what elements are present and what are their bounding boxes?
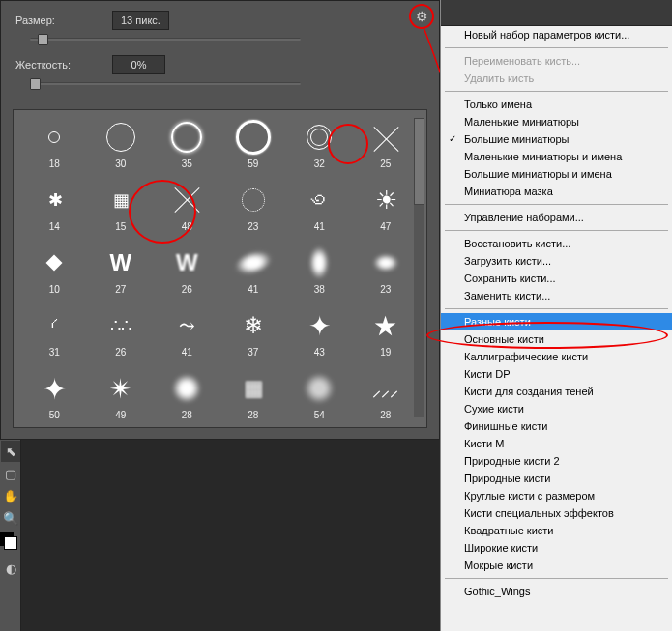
brush-item[interactable]: 30: [88, 118, 155, 181]
zoom-tool-icon[interactable]: 🔍: [1, 507, 20, 529]
brush-item[interactable]: 59: [220, 118, 287, 181]
hardness-slider[interactable]: [30, 82, 301, 85]
brush-item[interactable]: ✴49: [88, 369, 155, 432]
brush-item[interactable]: 32: [286, 118, 353, 181]
menu-separator: [445, 91, 668, 92]
brush-item[interactable]: 23: [220, 181, 287, 244]
menu-small-list[interactable]: Маленькие миниатюры и имена: [441, 148, 672, 165]
menu-reset[interactable]: Восстановить кисти...: [441, 235, 672, 252]
size-slider[interactable]: [30, 38, 301, 41]
brush-item[interactable]: ꩜41: [286, 181, 353, 244]
menu-square-brushes[interactable]: Квадратные кисти: [441, 522, 672, 539]
menu-small-thumb[interactable]: Маленькие миниатюры: [441, 113, 672, 130]
menu-separator: [445, 47, 668, 48]
check-icon: ✓: [449, 133, 456, 144]
menu-large-list[interactable]: Большие миниатюры и имена: [441, 165, 672, 183]
brush-item[interactable]: ⸝⸝⸝28: [353, 369, 420, 432]
menu-header: [441, 0, 672, 26]
brush-item[interactable]: W26: [154, 244, 220, 306]
menu-save[interactable]: Сохранить кисти...: [441, 270, 672, 287]
brush-item[interactable]: 25: [353, 118, 420, 181]
brush-item[interactable]: ✦43: [286, 306, 353, 369]
brush-picker-panel: Размер: 13 пикс. Жесткость: 0% 18 30 35 …: [0, 0, 440, 440]
brush-item[interactable]: 38: [286, 244, 353, 306]
menu-dry-brushes[interactable]: Сухие кисти: [441, 400, 672, 417]
hardness-value[interactable]: 0%: [112, 55, 165, 74]
menu-round-size-brushes[interactable]: Круглые кисти с размером: [441, 487, 672, 504]
brush-item[interactable]: ∴∴26: [88, 306, 155, 369]
menu-separator: [445, 578, 668, 579]
brush-item[interactable]: 35: [154, 118, 220, 181]
brush-item[interactable]: 18: [21, 118, 88, 181]
canvas-area[interactable]: [0, 440, 440, 631]
menu-dp-brushes[interactable]: Кисти DP: [441, 365, 672, 383]
menu-shadow-brushes[interactable]: Кисти для создания теней: [441, 383, 672, 400]
menu-separator: [445, 308, 668, 309]
size-value[interactable]: 13 пикс.: [112, 11, 169, 30]
menu-text-only[interactable]: Только имена: [441, 96, 672, 113]
menu-stroke-thumb[interactable]: Миниатюра мазка: [441, 183, 672, 200]
brush-grid: 18 30 35 59 32 25 ✱14 ▦15 48 23 ꩜41 ☀47 …: [14, 110, 426, 440]
menu-replace[interactable]: Заменить кисти...: [441, 287, 672, 304]
brush-item[interactable]: 23: [353, 244, 420, 306]
brush-item[interactable]: ⸂31: [21, 306, 88, 369]
menu-rename: Переименовать кисть...: [441, 52, 672, 70]
menu-assorted-brushes[interactable]: Разные кисти: [441, 313, 672, 330]
menu-delete: Удалить кисть: [441, 70, 672, 87]
menu-preset-mgr[interactable]: Управление наборами...: [441, 209, 672, 226]
menu-special-brushes[interactable]: Кисти специальных эффектов: [441, 504, 672, 522]
menu-finish-brushes[interactable]: Финишные кисти: [441, 417, 672, 435]
menu-natural-brushes[interactable]: Природные кисти: [441, 470, 672, 487]
menu-wide-brushes[interactable]: Широкие кисти: [441, 539, 672, 557]
menu-m-brushes[interactable]: Кисти M: [441, 435, 672, 452]
brush-flyout-menu: Новый набор параметров кисти... Переимен…: [440, 0, 672, 631]
menu-gothic-wings[interactable]: Gothic_Wings: [441, 583, 672, 600]
size-slider-thumb[interactable]: [38, 34, 48, 45]
brush-item[interactable]: 41: [220, 244, 287, 306]
menu-wet-brushes[interactable]: Мокрые кисти: [441, 557, 672, 574]
brush-menu-button[interactable]: ⚙: [409, 3, 438, 32]
annotation-circle: [409, 4, 434, 29]
color-mode-icon[interactable]: ◐: [1, 558, 20, 579]
brush-item[interactable]: 48: [154, 181, 220, 244]
brush-item[interactable]: ⤳41: [154, 306, 220, 369]
brush-grid-container: 18 30 35 59 32 25 ✱14 ▦15 48 23 ꩜41 ☀47 …: [13, 109, 427, 428]
hardness-slider-thumb[interactable]: [30, 78, 41, 90]
menu-separator: [445, 204, 668, 205]
hardness-label: Жесткость:: [15, 59, 112, 71]
brush-item[interactable]: ❄37: [220, 306, 287, 369]
brush-item[interactable]: 10: [21, 244, 88, 306]
menu-basic-brushes[interactable]: Основные кисти: [441, 330, 672, 348]
brush-item[interactable]: ▦28: [220, 369, 287, 432]
size-label: Размер:: [15, 14, 112, 26]
brush-item[interactable]: 28: [154, 369, 220, 432]
menu-calligraphic-brushes[interactable]: Каллиграфические кисти: [441, 348, 672, 365]
menu-separator: [445, 230, 668, 231]
brush-controls: Размер: 13 пикс. Жесткость: 0%: [1, 1, 439, 109]
brush-item[interactable]: ✱14: [21, 181, 88, 244]
swatch-icon[interactable]: [1, 530, 20, 557]
menu-large-thumb[interactable]: ✓Большие миниатюры: [441, 130, 672, 148]
menu-natural2-brushes[interactable]: Природные кисти 2: [441, 452, 672, 470]
brush-item[interactable]: W27: [88, 244, 155, 306]
menu-new-preset[interactable]: Новый набор параметров кисти...: [441, 26, 672, 43]
brush-scrollbar[interactable]: [414, 118, 424, 417]
hand-tool-icon[interactable]: ✋: [1, 485, 20, 506]
marquee-tool-icon[interactable]: ▢: [1, 463, 20, 484]
move-tool-icon[interactable]: ⬉: [1, 441, 20, 462]
brush-item[interactable]: ★19: [353, 306, 420, 369]
brush-item[interactable]: ✦50: [21, 369, 88, 432]
tool-strip: ⬉ ▢ ✋ 🔍 ◐: [0, 440, 21, 631]
brush-item[interactable]: ☀47: [353, 181, 420, 244]
scrollbar-thumb[interactable]: [414, 118, 424, 205]
brush-item[interactable]: 54: [286, 369, 353, 432]
menu-load[interactable]: Загрузить кисти...: [441, 252, 672, 270]
brush-item[interactable]: ▦15: [88, 181, 155, 244]
